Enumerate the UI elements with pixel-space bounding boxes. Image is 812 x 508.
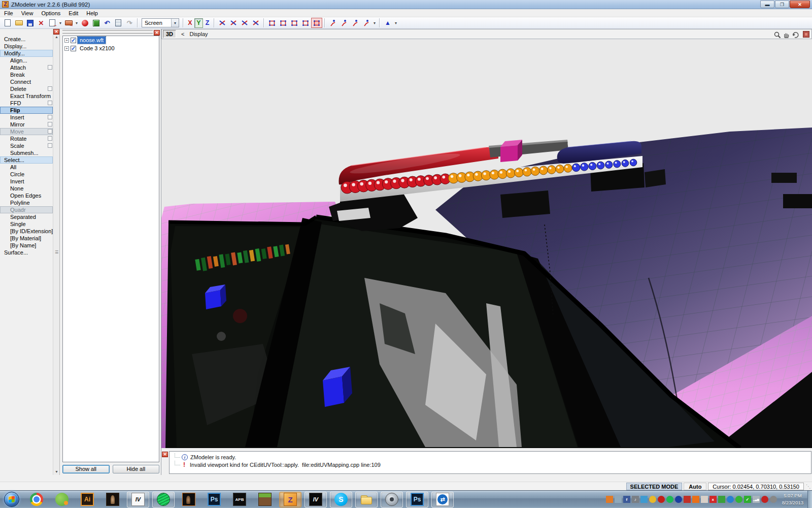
option-box[interactable] <box>48 136 52 141</box>
select-level-3-icon[interactable] <box>289 18 300 28</box>
viewport-maximize-button[interactable] <box>803 31 809 38</box>
export-icon[interactable]: → <box>47 18 58 28</box>
menu-file[interactable]: File <box>0 9 17 17</box>
mode-tool-2-icon[interactable] <box>339 18 350 28</box>
tray-clock-icon[interactable] <box>770 496 777 503</box>
tray-device-icon[interactable] <box>615 496 622 503</box>
command-align[interactable]: Align... <box>0 57 53 64</box>
command-circle[interactable]: Circle <box>0 171 53 178</box>
taskbar-chrome-icon[interactable] <box>25 492 48 507</box>
viewport-zoom-icon[interactable] <box>773 30 781 39</box>
command-single[interactable]: Single <box>0 220 53 228</box>
command-polyline[interactable]: Polyline <box>0 199 53 206</box>
select-level-4-icon[interactable] <box>300 18 311 28</box>
expand-icon[interactable]: + <box>64 38 69 43</box>
option-box[interactable] <box>48 101 52 105</box>
command-display[interactable]: Display... <box>0 43 53 50</box>
viewport-orbit-icon[interactable] <box>791 30 799 39</box>
menu-view[interactable]: View <box>17 9 38 17</box>
command-invert[interactable]: Invert <box>0 178 53 185</box>
log-window-icon[interactable] <box>113 18 124 28</box>
command-by-name[interactable]: [By Name] <box>0 242 53 249</box>
command-all[interactable]: All <box>0 164 53 171</box>
undo-icon[interactable]: ↶ <box>101 18 113 28</box>
command-create[interactable]: Create... <box>0 36 53 43</box>
select-level-2-icon[interactable] <box>278 18 289 28</box>
tray-error-flag-icon[interactable]: x <box>709 496 717 503</box>
option-box[interactable] <box>48 143 52 148</box>
taskbar-gta-iv-icon[interactable]: IV <box>304 492 327 507</box>
delete-icon[interactable]: ✕ <box>36 18 47 28</box>
option-box[interactable] <box>48 115 52 119</box>
tray-fish-icon[interactable] <box>606 496 613 503</box>
tray-facebook-icon[interactable]: f <box>623 496 630 503</box>
command-surface[interactable]: Surface... <box>0 249 53 256</box>
command-by-id-extension[interactable]: [By ID/Extension] <box>0 228 53 235</box>
mode-menu-arrow[interactable]: ▾ <box>372 18 377 28</box>
scroll-down-icon[interactable]: ▼ <box>53 469 60 474</box>
command-modify[interactable]: Modify... <box>0 50 53 57</box>
mode-tool-4-icon[interactable] <box>361 18 372 28</box>
open-icon[interactable] <box>13 18 24 28</box>
taskbar-teamviewer-icon[interactable] <box>431 492 454 507</box>
texture-browser-icon[interactable] <box>90 18 101 28</box>
command-flip[interactable]: Flip <box>0 107 53 114</box>
start-button[interactable] <box>4 492 19 507</box>
command-submesh[interactable]: Submesh... <box>0 149 53 156</box>
option-box[interactable] <box>48 65 52 70</box>
select-level-1-icon[interactable] <box>266 18 278 28</box>
command-none[interactable]: None <box>0 185 53 192</box>
commands-panel-close-icon[interactable]: ✕ <box>53 29 59 35</box>
taskbar-photoshop-icon[interactable]: Ps <box>203 492 225 507</box>
export-menu-arrow[interactable]: ▾ <box>58 18 63 28</box>
resize-grip[interactable]: ⋱ <box>806 484 811 489</box>
select-level-5-icon[interactable] <box>311 18 322 28</box>
redo-icon[interactable]: ↷ <box>124 18 135 28</box>
vertex-tool-3-icon[interactable] <box>239 18 250 28</box>
show-desktop-button[interactable] <box>807 491 812 508</box>
vertex-tool-2-icon[interactable] <box>228 18 239 28</box>
viewport-back-button[interactable]: < <box>181 31 184 37</box>
expand-icon[interactable]: + <box>64 46 69 51</box>
command-connect[interactable]: Connect <box>0 78 53 85</box>
tray-blue-orb-icon[interactable] <box>675 496 682 503</box>
close-button[interactable]: ✕ <box>790 1 810 8</box>
import-menu-arrow[interactable]: ▾ <box>74 18 79 28</box>
command-insert[interactable]: Insert <box>0 114 53 121</box>
scroll-thumb[interactable]: ☰ <box>54 250 59 255</box>
scroll-up-icon[interactable]: ▲ <box>53 35 60 40</box>
taskbar-audio-icon[interactable] <box>381 492 403 507</box>
tree-row[interactable]: +Code 3 x2100 <box>63 44 159 52</box>
command-delete[interactable]: Delete <box>0 85 53 92</box>
show-all-button[interactable]: Show all <box>62 465 110 473</box>
taskbar-minecraft-icon[interactable] <box>254 492 276 507</box>
title-bar[interactable]: Z ZModeler ver 2.2.6 (Build 992) ▬ ❐ ✕ <box>0 0 812 9</box>
cone-menu-arrow[interactable]: ▾ <box>393 18 398 28</box>
tray-network-icon[interactable] <box>640 496 648 503</box>
axis-x-button[interactable]: X <box>186 18 194 28</box>
option-box[interactable] <box>48 129 52 134</box>
taskbar-apb-icon[interactable]: APB <box>228 492 251 507</box>
tree-panel-grip[interactable] <box>62 30 153 34</box>
taskbar-joinme-icon[interactable] <box>51 492 73 507</box>
tray-flame-icon[interactable] <box>692 496 699 503</box>
command-quadr[interactable]: Quadr <box>0 206 53 213</box>
taskbar-zmodeler-icon[interactable]: Z <box>279 492 301 507</box>
tray-update-icon[interactable] <box>649 496 656 503</box>
log-panel-close-icon[interactable]: ✕ <box>162 452 168 457</box>
tree-row[interactable]: +noose.wft <box>63 36 159 44</box>
mode-tool-3-icon[interactable] <box>350 18 361 28</box>
menu-options[interactable]: Options <box>37 9 64 17</box>
tree-item-label[interactable]: Code 3 x2100 <box>78 45 117 52</box>
tray-sync-icon[interactable] <box>735 496 742 503</box>
tray-shield-icon[interactable] <box>718 496 725 503</box>
tray-spotify-icon[interactable] <box>666 496 673 503</box>
visibility-checkbox[interactable] <box>71 38 76 43</box>
taskbar-explorer-icon[interactable] <box>355 492 378 507</box>
command-attach[interactable]: Attach <box>0 64 53 71</box>
command-move[interactable]: Move <box>0 128 53 135</box>
vertex-tool-1-icon[interactable] <box>217 18 228 28</box>
taskbar-photoshop-2-icon[interactable]: Ps <box>406 492 428 507</box>
axis-z-button[interactable]: Z <box>203 18 212 28</box>
import-icon[interactable]: → <box>63 18 74 28</box>
